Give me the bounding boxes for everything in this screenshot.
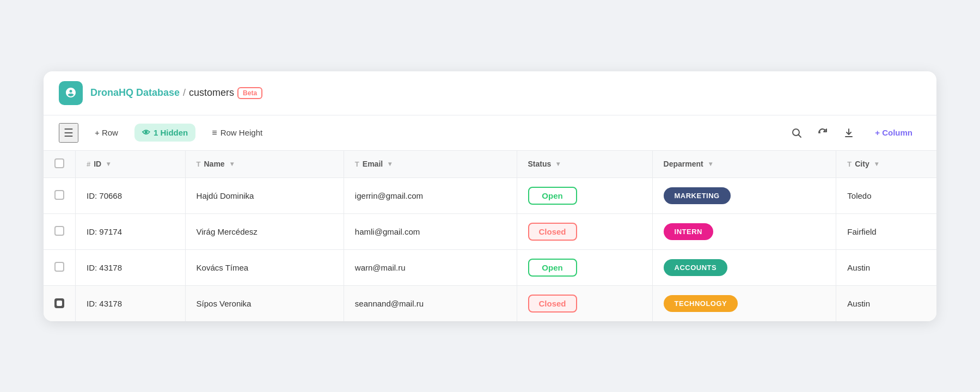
row-city: Toledo [836, 177, 936, 213]
row-city: Fairfield [836, 213, 936, 249]
col-label-id: ID [94, 160, 101, 168]
row-checkbox[interactable] [54, 226, 64, 236]
toolbar-right: + Column [788, 124, 921, 142]
toolbar: ☰ + Row 👁 1 Hidden ≡ Row Height + Column [44, 115, 936, 151]
table-wrap: # ID ▾ T Name ▾ T [44, 151, 936, 321]
table-row: ID: 70668Hajdú Dominikaigerrin@gmail.com… [44, 177, 936, 213]
row-email: hamli@gmail.com [344, 213, 517, 249]
col-label-email: Email [363, 160, 383, 168]
row-status: Closed [517, 213, 652, 249]
status-col-arrow: ▾ [556, 160, 560, 168]
search-button[interactable] [788, 124, 805, 142]
row-name: Kovács Tímea [185, 249, 344, 285]
main-card: DronaHQ Database / customers Beta ☰ + Ro… [44, 71, 936, 321]
table-row: ID: 43178Sípos Veronikaseannand@mail.ruC… [44, 285, 936, 321]
row-department: INTERN [652, 213, 836, 249]
breadcrumb-current: customers [189, 87, 234, 99]
add-column-button[interactable]: + Column [866, 124, 921, 142]
name-col-arrow: ▾ [230, 160, 234, 168]
col-header-name[interactable]: T Name ▾ [185, 151, 344, 178]
id-col-arrow: ▾ [107, 160, 110, 168]
row-email: seannand@mail.ru [344, 285, 517, 321]
row-checkbox-cell[interactable] [44, 213, 76, 249]
table-row: ID: 43178Kovács Tímeawarn@mail.ruOpenACC… [44, 249, 936, 285]
table-body: ID: 70668Hajdú Dominikaigerrin@gmail.com… [44, 177, 936, 321]
row-id: ID: 43178 [76, 285, 186, 321]
status-badge: Closed [528, 223, 577, 241]
breadcrumb-link[interactable]: DronaHQ Database [90, 87, 180, 99]
city-col-arrow: ▾ [875, 160, 878, 168]
data-table: # ID ▾ T Name ▾ T [44, 151, 936, 321]
row-city: Austin [836, 249, 936, 285]
hidden-label: 1 Hidden [154, 128, 188, 137]
status-badge: Open [528, 259, 577, 277]
menu-button[interactable]: ☰ [59, 123, 78, 143]
email-col-arrow: ▾ [388, 160, 391, 168]
download-button[interactable] [840, 124, 857, 142]
col-header-status[interactable]: Status ▾ [517, 151, 652, 178]
row-checkbox-cell[interactable] [44, 285, 76, 321]
dept-col-arrow: ▾ [709, 160, 712, 168]
row-status: Open [517, 249, 652, 285]
col-label-status: Status [528, 160, 552, 168]
hidden-columns-button[interactable]: 👁 1 Hidden [134, 124, 195, 142]
city-col-icon: T [847, 160, 852, 168]
row-department: MARKETING [652, 177, 836, 213]
row-checkbox[interactable] [54, 298, 64, 308]
row-checkbox-cell[interactable] [44, 249, 76, 285]
col-header-department[interactable]: Deparment ▾ [652, 151, 836, 178]
department-badge: MARKETING [664, 187, 731, 204]
refresh-button[interactable] [814, 124, 831, 142]
row-height-icon: ≡ [212, 128, 217, 138]
header-checkbox[interactable] [54, 158, 64, 168]
table-row: ID: 97174Virág Mercédeszhamli@gmail.comC… [44, 213, 936, 249]
hidden-icon: 👁 [142, 128, 150, 137]
logo [59, 81, 83, 105]
table-header-row: # ID ▾ T Name ▾ T [44, 151, 936, 178]
row-id: ID: 43178 [76, 249, 186, 285]
breadcrumb: DronaHQ Database / customers Beta [90, 87, 262, 99]
header: DronaHQ Database / customers Beta [44, 71, 936, 115]
svg-line-1 [799, 134, 801, 137]
status-badge: Open [528, 187, 577, 205]
department-badge: TECHNOLOGY [664, 295, 738, 312]
department-badge: ACCOUNTS [664, 259, 728, 276]
row-email: igerrin@gmail.com [344, 177, 517, 213]
row-status: Open [517, 177, 652, 213]
row-name: Virág Mercédesz [185, 213, 344, 249]
row-city: Austin [836, 285, 936, 321]
beta-badge: Beta [237, 87, 262, 99]
row-email: warn@mail.ru [344, 249, 517, 285]
row-height-button[interactable]: ≡ Row Height [204, 124, 270, 142]
row-height-label: Row Height [220, 128, 263, 137]
col-header-email[interactable]: T Email ▾ [344, 151, 517, 178]
col-label-city: City [855, 160, 869, 168]
add-row-button[interactable]: + Row [87, 124, 126, 142]
col-header-city[interactable]: T City ▾ [836, 151, 936, 178]
status-badge: Closed [528, 295, 577, 313]
department-badge: INTERN [664, 223, 713, 240]
name-col-icon: T [197, 160, 201, 168]
row-checkbox-cell[interactable] [44, 177, 76, 213]
row-name: Hajdú Dominika [185, 177, 344, 213]
row-status: Closed [517, 285, 652, 321]
col-label-name: Name [204, 160, 225, 168]
col-label-department: Deparment [664, 160, 703, 168]
col-header-id[interactable]: # ID ▾ [76, 151, 186, 178]
id-col-icon: # [87, 160, 90, 168]
row-id: ID: 97174 [76, 213, 186, 249]
row-department: TECHNOLOGY [652, 285, 836, 321]
col-header-checkbox[interactable] [44, 151, 76, 178]
row-department: ACCOUNTS [652, 249, 836, 285]
row-checkbox[interactable] [54, 190, 64, 200]
row-name: Sípos Veronika [185, 285, 344, 321]
row-id: ID: 70668 [76, 177, 186, 213]
row-checkbox[interactable] [54, 262, 64, 272]
breadcrumb-separator: / [183, 87, 186, 99]
email-col-icon: T [355, 160, 359, 168]
